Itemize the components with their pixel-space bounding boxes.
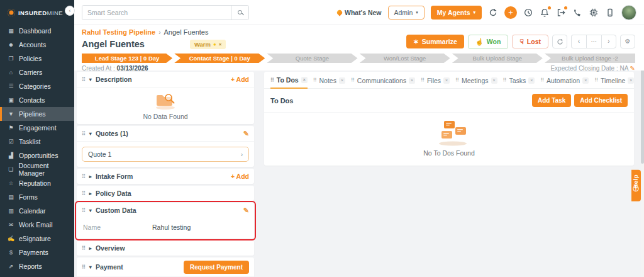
sync-icon[interactable] [488,8,498,18]
drag-handle-icon[interactable]: ⠿ [455,77,459,83]
description-header[interactable]: ⠿ ▾ Description + Add [77,72,254,87]
whats-new-link[interactable]: What's New [337,9,382,16]
drag-handle-icon[interactable]: ⠿ [540,77,544,83]
lost-button[interactable]: ☟Lost [512,35,548,48]
request-payment-button[interactable]: Request Payment [184,261,249,274]
badge-remove-icon[interactable]: × [219,42,222,47]
admin-dropdown[interactable]: Admin▾ [388,6,425,20]
sidebar-item-contacts[interactable]: ▣Contacts [0,93,74,107]
close-tab-icon[interactable]: × [528,77,535,84]
quotes-header[interactable]: ⠿ ▾ Quotes (1) ✎ [77,126,254,141]
refresh-button[interactable] [552,35,567,48]
sidebar-item-pipelines[interactable]: ▼Pipelines [0,107,74,121]
stage-won-lost[interactable]: Won/Lost Stage [360,54,450,63]
breadcrumb-pipeline-link[interactable]: Rahul Testing Pipeline [82,28,155,36]
collapse-caret-icon[interactable]: ▾ [89,264,92,270]
edit-closing-date-icon[interactable]: ✎ [630,65,635,72]
drag-handle-icon[interactable]: ⠿ [313,77,317,83]
close-tab-icon[interactable]: × [491,77,497,84]
drag-handle-icon[interactable]: ⠿ [594,77,598,83]
add-task-button[interactable]: Add Task [532,94,571,107]
drag-handle-icon[interactable]: ⠿ [82,131,86,137]
intake-form-header[interactable]: ⠿ ▸ Intake Form + Add [77,169,254,184]
sidebar-item-document-manager[interactable]: ❏Document Manager [0,162,74,176]
stage-quote[interactable]: Quote Stage [267,54,357,63]
expand-caret-icon[interactable]: ▸ [89,191,92,196]
status-badge[interactable]: Warm ● × [190,40,226,49]
dialer-chip-icon[interactable] [589,8,599,18]
add-new-button[interactable]: + [504,6,517,19]
next-record-button[interactable]: › [601,35,616,48]
expand-caret-icon[interactable]: ▸ [89,246,92,251]
tab-tasks[interactable]: ⠿Tasks× [503,77,535,88]
close-tab-icon[interactable]: × [582,77,589,84]
collapse-caret-icon[interactable]: ▾ [89,77,92,82]
close-tab-icon[interactable]: × [628,77,634,84]
stage-contact[interactable]: Contact Stage | 0 Day [174,54,265,63]
drag-handle-icon[interactable]: ⠿ [421,77,425,83]
user-avatar[interactable] [621,5,636,20]
add-checklist-button[interactable]: Add Checklist [574,94,628,107]
stage-lead[interactable]: Lead Stage 123 | 0 Day [82,54,172,63]
scrollbar-thumb[interactable] [641,69,644,164]
custom-data-header[interactable]: ⠿ ▾ Custom Data ✎ [77,203,254,218]
edit-quotes-icon[interactable]: ✎ [243,130,249,138]
overview-header[interactable]: ⠿ ▸ Overview [77,240,254,256]
payment-header[interactable]: ⠿ ▾ Payment Request Payment [77,257,254,276]
sidebar-item-categories[interactable]: ☰Categories [0,79,74,93]
sidebar-item-engagement[interactable]: ⚑Engagement [0,121,74,135]
close-tab-icon[interactable]: × [409,77,415,84]
phone-icon[interactable] [572,8,582,18]
sidebar-item-esignature[interactable]: ✍eSignature [0,232,74,246]
sidebar-item-reports[interactable]: ⇗Reports [0,259,74,273]
drag-handle-icon[interactable]: ⠿ [351,77,355,83]
sidebar-item-dashboard[interactable]: ▦Dashboard [0,24,74,38]
drag-handle-icon[interactable]: ⠿ [270,77,274,83]
close-tab-icon[interactable]: × [339,77,345,84]
sidebar-item-opportunities[interactable]: ▟Opportunities [0,149,74,162]
tab-notes[interactable]: ⠿Notes× [313,77,345,88]
tab-meetings[interactable]: ⠿Meetings× [455,77,497,88]
sidebar-item-forms[interactable]: ▤Forms [0,190,74,204]
collapse-caret-icon[interactable]: ▾ [89,208,92,213]
sidebar-item-work-email[interactable]: ✉Work Email [0,218,74,232]
close-tab-icon[interactable]: × [443,77,450,84]
drag-handle-icon[interactable]: ⠿ [82,208,86,213]
logout-icon[interactable] [556,8,566,18]
drag-handle-icon[interactable]: ⠿ [82,246,86,251]
previous-record-button[interactable]: ‹ [571,35,586,48]
settings-button[interactable]: ⚙ [620,35,635,48]
stage-bulk-upload-2[interactable]: Bulk Upload Stage -2 [545,54,635,63]
my-agents-dropdown[interactable]: My Agents▾ [431,6,482,20]
sidebar-collapse-button[interactable]: ‹ [65,6,75,16]
collapse-caret-icon[interactable]: ▾ [89,131,92,137]
sidebar-item-accounts[interactable]: ☻Accounts [0,38,74,52]
tab-files[interactable]: ⠿Files× [421,77,450,88]
sidebar-item-calendar[interactable]: ▥Calendar [0,204,74,218]
history-icon[interactable] [523,8,533,18]
tab-timeline[interactable]: ⠿Timeline× [594,77,634,88]
more-options-button[interactable]: ⋯ [586,35,601,48]
stage-bulk-upload[interactable]: Bulk Upload Stage [452,54,543,63]
sidebar-item-payments[interactable]: $Payments [0,246,74,259]
sidebar-item-reputation[interactable]: ☆Reputation [0,176,74,190]
tab-to-dos[interactable]: ⠿To Dos× [270,76,308,89]
search-input[interactable] [82,6,231,20]
mobile-device-icon[interactable] [605,8,615,18]
drag-handle-icon[interactable]: ⠿ [503,77,507,83]
drag-handle-icon[interactable]: ⠿ [82,264,86,270]
policy-data-header[interactable]: ⠿ ▸ Policy Data [77,186,254,201]
add-description-button[interactable]: + Add [231,76,249,83]
drag-handle-icon[interactable]: ⠿ [82,77,86,82]
close-tab-icon[interactable]: × [301,77,308,83]
drag-handle-icon[interactable]: ⠿ [82,191,86,196]
sidebar-item-carriers[interactable]: ⌂Carriers [0,65,74,79]
help-tab[interactable]: ⓘ Help [631,170,641,201]
expand-caret-icon[interactable]: ▸ [89,174,92,179]
summarize-button[interactable]: ✶Summarize [406,35,464,48]
won-button[interactable]: ☝Won [468,35,509,49]
notifications-bell-icon[interactable] [540,8,550,18]
quote-list-item[interactable]: Quote 1 › [82,147,249,162]
sidebar-item-policies[interactable]: ❐Policies [0,52,74,65]
sidebar-item-tasklist[interactable]: ☑Tasklist [0,135,74,149]
